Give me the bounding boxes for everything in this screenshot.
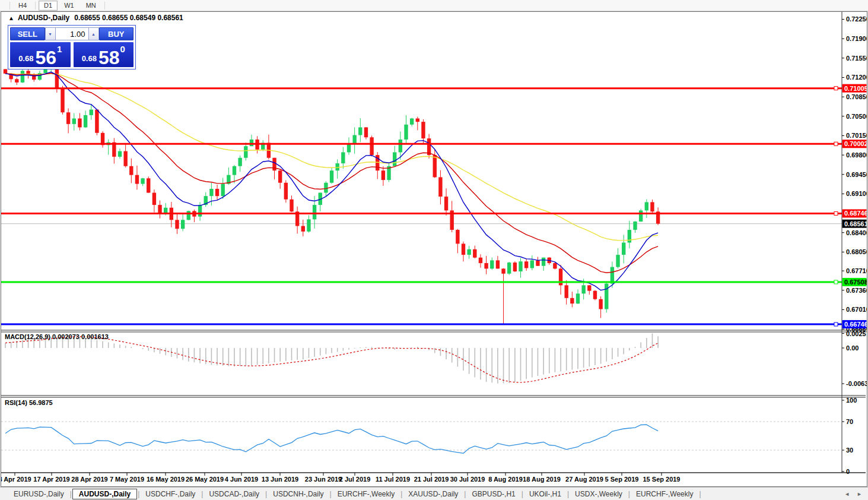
candle-body xyxy=(633,221,637,230)
candle-body xyxy=(78,119,81,128)
candle-body xyxy=(479,258,482,263)
price-tick-label: 0.69100 xyxy=(846,190,867,197)
candle-body xyxy=(611,267,614,284)
timeframe-button-mn[interactable]: MN xyxy=(81,1,101,11)
volume-decrease-button[interactable]: ▼ xyxy=(45,27,56,40)
chart-tab-audusd-daily[interactable]: AUDUSD-,Daily xyxy=(72,489,137,499)
candle-body xyxy=(15,79,18,83)
hline-anchor xyxy=(834,142,838,145)
hline-anchor xyxy=(834,87,838,90)
candle-body xyxy=(198,205,202,217)
candle-body xyxy=(576,293,580,303)
candle-body xyxy=(301,226,305,232)
candle-body xyxy=(456,230,459,243)
collapse-trade-panel-icon[interactable]: ▲ xyxy=(8,15,14,21)
price-tick-label: 0.68050 xyxy=(846,248,867,255)
price-tick-label: 0.70850 xyxy=(846,93,867,100)
timeframe-button-w1[interactable]: W1 xyxy=(59,1,80,11)
candle-body xyxy=(61,88,64,112)
rsi-tick-label: 30 xyxy=(846,447,853,454)
candle-body xyxy=(307,219,310,232)
timeframe-button-d1[interactable]: D1 xyxy=(39,1,58,11)
svg-text:0.68746: 0.68746 xyxy=(844,210,867,217)
candle-body xyxy=(278,170,282,183)
macd-pane: 0.0025740.00-0.006326 xyxy=(5,330,867,388)
candle-body xyxy=(215,189,219,196)
candle-body xyxy=(72,119,76,124)
buy-price-big: 58 xyxy=(98,50,120,66)
price-tick-label: 0.71200 xyxy=(846,74,867,81)
price-tick-label: 0.72250 xyxy=(846,15,867,23)
candle-body xyxy=(221,184,225,197)
hline-anchor xyxy=(834,280,838,284)
candle-body xyxy=(347,144,351,152)
price-tick-label: 0.67710 xyxy=(846,267,867,274)
buy-button[interactable]: BUY xyxy=(99,27,134,40)
chart-tab-usdcnh-daily[interactable]: USDCNH-,Daily xyxy=(268,489,329,499)
price-tick-label: 0.70150 xyxy=(846,132,867,139)
buy-price-pip: 0 xyxy=(120,44,125,54)
candle-body xyxy=(536,260,539,265)
price-tick-label: 0.70500 xyxy=(846,113,867,120)
toolbar-separator xyxy=(9,2,10,10)
candle-body xyxy=(605,284,608,309)
chart-tab-eurusd-daily[interactable]: EURUSD-,Daily xyxy=(8,489,69,499)
candle-body xyxy=(490,260,494,268)
chart-tab-xauusd-daily[interactable]: XAUUSD-,Daily xyxy=(403,489,463,499)
date-tick-label: 8 Aug 2019 xyxy=(488,476,523,483)
candle-body xyxy=(141,178,144,183)
candle-body xyxy=(565,285,568,298)
macd-signal-line xyxy=(5,337,658,382)
candle-body xyxy=(324,183,328,193)
macd-indicator-label: MACD(12,26,9) 0.002073 0.001613 xyxy=(5,333,109,340)
tab-scroll-left-icon[interactable]: ◄ xyxy=(844,491,850,497)
sell-quote-tile[interactable]: 0.68 56 1 xyxy=(10,42,71,67)
candle-body xyxy=(135,175,139,184)
buy-quote-tile[interactable]: 0.68 58 0 xyxy=(74,42,134,67)
date-tick-label: 15 Sep 2019 xyxy=(643,476,681,483)
chevron-up-icon: ▲ xyxy=(91,32,96,36)
candle-body xyxy=(421,122,425,138)
svg-text:0.71005: 0.71005 xyxy=(844,85,867,92)
volume-increase-button[interactable]: ▲ xyxy=(88,27,99,40)
volume-input[interactable] xyxy=(56,27,88,40)
chart-tab-eurchf-weekly[interactable]: EURCHF-,Weekly xyxy=(631,489,698,499)
candle-body xyxy=(118,151,122,157)
svg-text:0.68561: 0.68561 xyxy=(844,220,867,227)
price-axis-ticks: 0.722500.719000.715500.712000.708500.705… xyxy=(842,15,867,333)
candle-body xyxy=(416,119,419,122)
chart-window: 0.722500.719000.715500.712000.708500.705… xyxy=(1,11,867,487)
sell-button[interactable]: SELL xyxy=(10,27,45,40)
tab-scroll-right-icon[interactable]: ► xyxy=(857,491,862,497)
price-chart-canvas[interactable]: 0.722500.719000.715500.712000.708500.705… xyxy=(1,12,867,485)
candle-body xyxy=(542,258,545,266)
chart-tab-usdx-weekly[interactable]: USDX-,Weekly xyxy=(570,489,628,499)
price-tick-label: 0.67010 xyxy=(846,306,867,313)
candle-body xyxy=(21,71,24,83)
date-tick-label: 7 May 2019 xyxy=(110,476,144,483)
candle-body xyxy=(364,127,368,137)
chart-tab-ukoil-h1[interactable]: UKOil-,H1 xyxy=(524,489,567,499)
chart-tab-usdchf-daily[interactable]: USDCHF-,Daily xyxy=(140,489,201,499)
rsi-tick-label: 100 xyxy=(846,397,857,404)
candle-body xyxy=(599,299,602,309)
ohlc-values: 0.68655 0.68655 0.68549 0.68561 xyxy=(74,14,183,22)
candle-body xyxy=(381,170,385,180)
chart-tab-eurchf-weekly[interactable]: EURCHF-,Weekly xyxy=(332,489,400,499)
chart-tab-gbpusd-h1[interactable]: GBPUSD-,H1 xyxy=(466,489,520,499)
pane-separators xyxy=(1,330,866,473)
candle-body xyxy=(330,170,333,183)
date-tick-label: 23 Jun 2019 xyxy=(305,476,342,483)
timeframe-button-h4[interactable]: H4 xyxy=(13,1,32,11)
candle-body xyxy=(4,69,7,73)
date-tick-label: 11 Jul 2019 xyxy=(376,476,410,483)
candle-body xyxy=(501,268,505,273)
sell-price-pip: 1 xyxy=(57,44,62,54)
candle-body xyxy=(181,220,185,229)
chart-tab-usdcad-daily[interactable]: USDCAD-,Daily xyxy=(204,489,265,499)
macd-tick-label: 0.002574 xyxy=(846,330,867,337)
price-tick-label: 0.71900 xyxy=(846,35,867,42)
price-tick-label: 0.67360 xyxy=(846,287,867,294)
rsi-line xyxy=(5,425,658,453)
candle-body xyxy=(244,146,247,158)
